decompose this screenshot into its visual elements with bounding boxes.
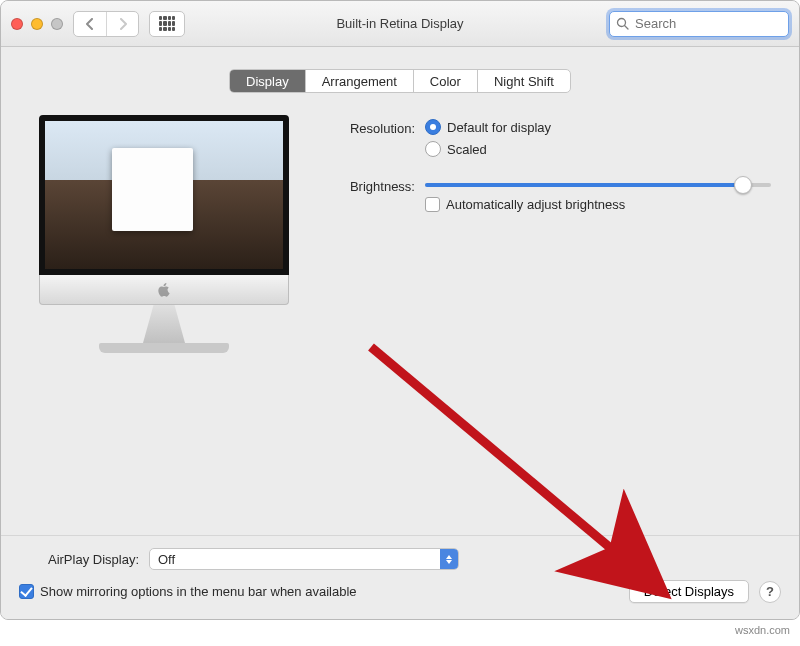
- resolution-row: Resolution: Default for display Scaled: [319, 119, 771, 157]
- tab-color[interactable]: Color: [413, 70, 477, 92]
- radio-unchecked-icon: [425, 141, 441, 157]
- airplay-value: Off: [158, 552, 175, 567]
- settings-panel: Resolution: Default for display Scaled: [1, 93, 799, 535]
- tab-arrangement[interactable]: Arrangement: [305, 70, 413, 92]
- help-button[interactable]: ?: [759, 581, 781, 603]
- checkbox-unchecked-icon: [425, 197, 440, 212]
- mirroring-checkbox[interactable]: Show mirroring options in the menu bar w…: [19, 584, 357, 599]
- show-all-button[interactable]: [149, 11, 185, 37]
- footer: AirPlay Display: Off Show mirroring opti…: [1, 535, 799, 619]
- slider-fill: [425, 183, 743, 187]
- brightness-row: Brightness: Automatically adjust brightn…: [319, 177, 771, 212]
- settings-form: Resolution: Default for display Scaled: [319, 115, 771, 535]
- back-button[interactable]: [74, 12, 106, 36]
- window-controls: [11, 18, 63, 30]
- slider-thumb-icon[interactable]: [734, 176, 752, 194]
- apple-logo-icon: [157, 283, 171, 297]
- monitor-screen-icon: [39, 115, 289, 275]
- zoom-window-icon: [51, 18, 63, 30]
- mirroring-label: Show mirroring options in the menu bar w…: [40, 584, 357, 599]
- nav-group: [73, 11, 139, 37]
- airplay-select[interactable]: Off: [149, 548, 459, 570]
- resolution-radio-group: Default for display Scaled: [425, 119, 551, 157]
- detect-displays-button[interactable]: Detect Displays: [629, 580, 749, 603]
- select-arrows-icon: [440, 549, 458, 569]
- footer-bottom-row: Show mirroring options in the menu bar w…: [19, 580, 781, 603]
- resolution-label: Resolution:: [319, 119, 425, 136]
- tab-display[interactable]: Display: [230, 70, 305, 92]
- resolution-default-radio[interactable]: Default for display: [425, 119, 551, 135]
- monitor-chin-icon: [39, 275, 289, 305]
- search-icon: [616, 17, 629, 30]
- search-input[interactable]: [633, 15, 782, 32]
- airplay-label: AirPlay Display:: [19, 552, 139, 567]
- preferences-window: Built-in Retina Display Display Arrangem…: [0, 0, 800, 620]
- minimize-window-icon[interactable]: [31, 18, 43, 30]
- grid-icon: [159, 16, 175, 32]
- tab-night-shift[interactable]: Night Shift: [477, 70, 570, 92]
- close-window-icon[interactable]: [11, 18, 23, 30]
- resolution-scaled-label: Scaled: [447, 142, 487, 157]
- content-area: Display Arrangement Color Night Shift Re…: [1, 47, 799, 619]
- resolution-scaled-radio[interactable]: Scaled: [425, 141, 551, 157]
- brightness-label: Brightness:: [319, 177, 425, 194]
- watermark: wsxdn.com: [0, 620, 800, 636]
- titlebar: Built-in Retina Display: [1, 1, 799, 47]
- tab-bar: Display Arrangement Color Night Shift: [229, 69, 571, 93]
- radio-checked-icon: [425, 119, 441, 135]
- monitor-stand-icon: [129, 305, 199, 343]
- display-preview: [29, 115, 299, 535]
- resolution-default-label: Default for display: [447, 120, 551, 135]
- forward-button[interactable]: [106, 12, 138, 36]
- brightness-slider[interactable]: [425, 183, 771, 187]
- svg-line-1: [625, 26, 629, 30]
- checkbox-checked-icon: [19, 584, 34, 599]
- airplay-row: AirPlay Display: Off: [19, 548, 781, 570]
- monitor-base-icon: [99, 343, 229, 353]
- auto-brightness-label: Automatically adjust brightness: [446, 197, 625, 212]
- auto-brightness-checkbox[interactable]: Automatically adjust brightness: [425, 197, 771, 212]
- search-field[interactable]: [609, 11, 789, 37]
